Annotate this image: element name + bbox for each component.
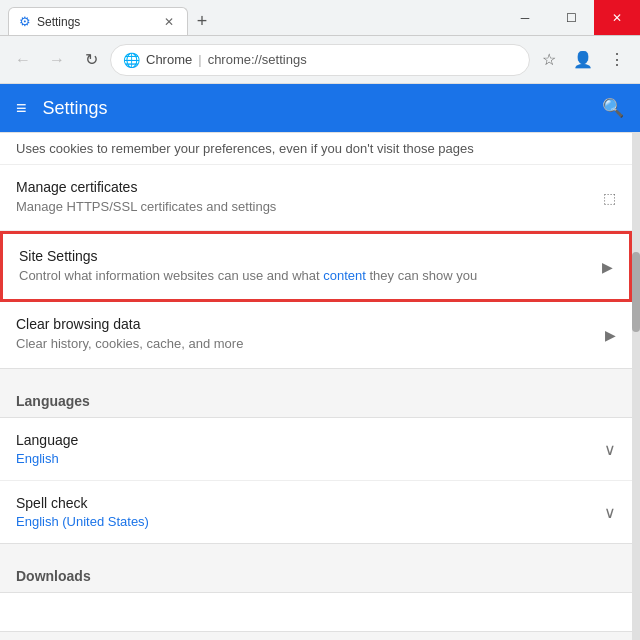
tab-close-button[interactable]: ✕ (161, 14, 177, 30)
cookies-description: Uses cookies to remember your preference… (0, 133, 632, 165)
languages-section-header: Languages (0, 377, 632, 417)
settings-page-title: Settings (43, 98, 586, 119)
close-button[interactable]: ✕ (594, 0, 640, 35)
profile-button[interactable]: 👤 (568, 45, 598, 75)
site-settings-item[interactable]: Site Settings Control what information w… (0, 231, 632, 302)
active-tab[interactable]: ⚙ Settings ✕ (8, 7, 188, 35)
browser-window: ⚙ Settings ✕ + ─ ☐ ✕ ← → ↻ 🌐 Chrome | ch… (0, 0, 640, 640)
menu-button[interactable]: ⋮ (602, 45, 632, 75)
clear-browsing-desc: Clear history, cookies, cache, and more (16, 335, 584, 353)
title-bar: ⚙ Settings ✕ + ─ ☐ ✕ (0, 0, 640, 36)
languages-section: Language English ∨ Spell check English (… (0, 417, 632, 544)
forward-button[interactable]: → (42, 45, 72, 75)
language-chevron-icon: ∨ (604, 439, 616, 458)
address-url: chrome://settings (208, 52, 307, 67)
maximize-button[interactable]: ☐ (548, 0, 594, 35)
address-bar: ← → ↻ 🌐 Chrome | chrome://settings ☆ 👤 ⋮ (0, 36, 640, 84)
language-value: English (16, 451, 584, 466)
site-settings-arrow-icon: ▶ (602, 259, 613, 275)
search-button[interactable]: 🔍 (602, 97, 624, 119)
address-brand: Chrome (146, 52, 192, 67)
settings-header: ≡ Settings 🔍 (0, 84, 640, 132)
external-link-icon: ⬚ (603, 190, 616, 206)
manage-certificates-title: Manage certificates (16, 179, 584, 195)
hamburger-button[interactable]: ≡ (16, 98, 27, 119)
privacy-section-top: Uses cookies to remember your preference… (0, 132, 632, 369)
spell-check-value: English (United States) (16, 514, 584, 529)
site-settings-desc: Control what information websites can us… (19, 267, 581, 285)
scrollbar-track[interactable] (632, 132, 640, 640)
settings-tab-icon: ⚙ (19, 14, 31, 29)
language-title: Language (16, 432, 584, 448)
refresh-button[interactable]: ↻ (76, 45, 106, 75)
clear-browsing-title: Clear browsing data (16, 316, 584, 332)
spell-check-chevron-icon: ∨ (604, 502, 616, 521)
downloads-section-header: Downloads (0, 552, 632, 592)
spell-check-item[interactable]: Spell check English (United States) ∨ (0, 481, 632, 543)
content-area: Uses cookies to remember your preference… (0, 132, 640, 640)
spell-check-title: Spell check (16, 495, 584, 511)
lock-icon: 🌐 (123, 52, 140, 68)
site-settings-link[interactable]: content (323, 268, 366, 283)
minimize-button[interactable]: ─ (502, 0, 548, 35)
manage-certificates-desc: Manage HTTPS/SSL certificates and settin… (16, 198, 584, 216)
back-button[interactable]: ← (8, 45, 38, 75)
address-input[interactable]: 🌐 Chrome | chrome://settings (110, 44, 530, 76)
downloads-section (0, 592, 632, 632)
clear-browsing-arrow-icon: ▶ (605, 327, 616, 343)
tab-title: Settings (37, 15, 80, 29)
clear-browsing-data-item[interactable]: Clear browsing data Clear history, cooki… (0, 302, 632, 367)
site-settings-title: Site Settings (19, 248, 581, 264)
window-controls: ─ ☐ ✕ (502, 0, 640, 35)
manage-certificates-item[interactable]: Manage certificates Manage HTTPS/SSL cer… (0, 165, 632, 231)
scrollbar-thumb[interactable] (632, 252, 640, 332)
star-button[interactable]: ☆ (534, 45, 564, 75)
main-content: Uses cookies to remember your preference… (0, 132, 632, 640)
address-actions: ☆ 👤 ⋮ (534, 45, 632, 75)
tab-area: ⚙ Settings ✕ + (0, 0, 502, 35)
address-separator: | (198, 52, 201, 67)
new-tab-button[interactable]: + (188, 7, 216, 35)
language-item[interactable]: Language English ∨ (0, 418, 632, 481)
